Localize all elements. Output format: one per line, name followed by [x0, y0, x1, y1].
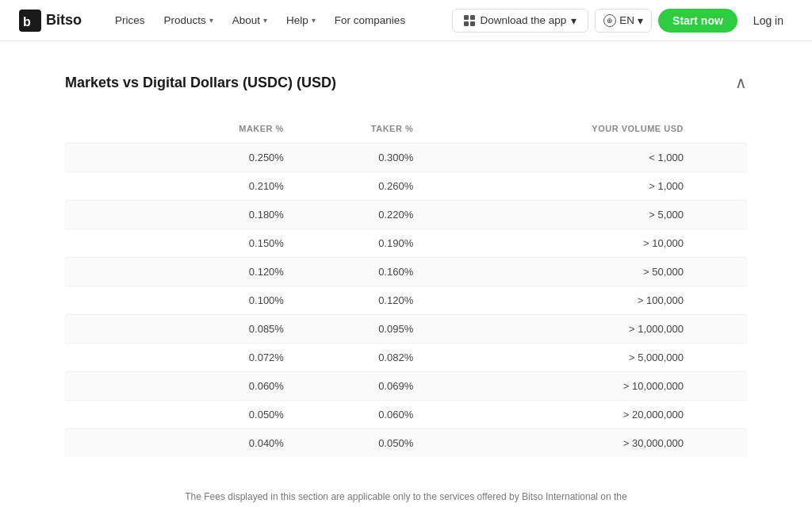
cell-maker: 0.060% [65, 372, 297, 401]
navbar: b Bitso Prices Products ▾ About ▾ Help ▾… [0, 0, 812, 41]
cell-maker: 0.100% [65, 286, 297, 315]
table-row: 0.120%0.160%> 50,000 [65, 258, 747, 286]
cell-volume: > 100,000 [426, 286, 747, 315]
section-header: Markets vs Digital Dollars (USDC) (USD) … [65, 73, 747, 92]
about-chevron-icon: ▾ [263, 16, 267, 25]
language-selector[interactable]: ⊕ EN ▾ [595, 9, 652, 33]
cell-maker: 0.210% [65, 172, 297, 201]
download-chevron-icon: ▾ [571, 14, 576, 27]
start-now-button[interactable]: Start now [658, 9, 737, 33]
nav-about[interactable]: About ▾ [224, 10, 275, 31]
cell-volume: > 1,000,000 [426, 315, 747, 344]
fee-table-header: MAKER % TAKER % YOUR VOLUME USD [65, 117, 747, 144]
brand-name: Bitso [46, 12, 82, 29]
cell-taker: 0.120% [297, 286, 426, 315]
table-row: 0.085%0.095%> 1,000,000 [65, 315, 747, 344]
cell-maker: 0.072% [65, 344, 297, 372]
cell-taker: 0.190% [297, 229, 426, 258]
table-row: 0.150%0.190%> 10,000 [65, 229, 747, 258]
cell-taker: 0.095% [297, 315, 426, 344]
main-content: Markets vs Digital Dollars (USDC) (USD) … [49, 41, 763, 507]
download-app-button[interactable]: Download the app ▾ [452, 9, 588, 33]
cell-taker: 0.220% [297, 201, 426, 229]
col-volume: YOUR VOLUME USD [426, 117, 747, 144]
cell-taker: 0.082% [297, 344, 426, 372]
login-button[interactable]: Log in [744, 10, 793, 32]
footer-note: The Fees displayed in this section are a… [168, 489, 644, 507]
cell-taker: 0.060% [297, 401, 426, 429]
nav-right: Download the app ▾ ⊕ EN ▾ Start now Log … [452, 9, 793, 33]
cell-volume: > 50,000 [426, 258, 747, 286]
table-row: 0.060%0.069%> 10,000,000 [65, 372, 747, 401]
cell-maker: 0.180% [65, 201, 297, 229]
cell-volume: > 5,000 [426, 201, 747, 229]
table-row: 0.050%0.060%> 20,000,000 [65, 401, 747, 429]
col-maker: MAKER % [65, 117, 297, 144]
nav-help[interactable]: Help ▾ [278, 10, 324, 31]
nav-prices[interactable]: Prices [107, 10, 153, 31]
cell-volume: > 10,000,000 [426, 372, 747, 401]
fee-table-body: 0.250%0.300%< 1,0000.210%0.260%> 1,0000.… [65, 144, 747, 458]
cell-maker: 0.150% [65, 229, 297, 258]
bitso-logo-icon: b [19, 10, 41, 32]
cell-volume: > 5,000,000 [426, 344, 747, 372]
products-chevron-icon: ▾ [209, 16, 213, 25]
cell-taker: 0.160% [297, 258, 426, 286]
cell-taker: 0.300% [297, 144, 426, 172]
footer-note-text: The Fees displayed in this section are a… [174, 491, 638, 507]
table-row: 0.210%0.260%> 1,000 [65, 172, 747, 201]
cell-taker: 0.260% [297, 172, 426, 201]
table-row: 0.100%0.120%> 100,000 [65, 286, 747, 315]
cell-taker: 0.050% [297, 429, 426, 458]
fee-table: MAKER % TAKER % YOUR VOLUME USD 0.250%0.… [65, 117, 747, 457]
cell-volume: > 10,000 [426, 229, 747, 258]
cell-maker: 0.250% [65, 144, 297, 172]
nav-products[interactable]: Products ▾ [156, 10, 221, 31]
lang-chevron-icon: ▾ [638, 14, 643, 27]
table-row: 0.180%0.220%> 5,000 [65, 201, 747, 229]
table-row: 0.072%0.082%> 5,000,000 [65, 344, 747, 372]
cell-maker: 0.040% [65, 429, 297, 458]
cell-maker: 0.120% [65, 258, 297, 286]
grid-icon [464, 15, 475, 26]
table-row: 0.250%0.300%< 1,000 [65, 144, 747, 172]
cell-maker: 0.085% [65, 315, 297, 344]
logo-link[interactable]: b Bitso [19, 10, 82, 32]
globe-icon: ⊕ [603, 14, 616, 27]
cell-maker: 0.050% [65, 401, 297, 429]
table-row: 0.040%0.050%> 30,000,000 [65, 429, 747, 458]
nav-links: Prices Products ▾ About ▾ Help ▾ For com… [107, 10, 452, 31]
section-title: Markets vs Digital Dollars (USDC) (USD) [65, 75, 336, 91]
cell-volume: > 20,000,000 [426, 401, 747, 429]
cell-volume: > 30,000,000 [426, 429, 747, 458]
cell-volume: < 1,000 [426, 144, 747, 172]
collapse-button[interactable]: ∧ [735, 73, 747, 92]
svg-text:b: b [23, 15, 31, 29]
cell-volume: > 1,000 [426, 172, 747, 201]
nav-companies[interactable]: For companies [327, 10, 413, 31]
col-taker: TAKER % [297, 117, 426, 144]
cell-taker: 0.069% [297, 372, 426, 401]
help-chevron-icon: ▾ [312, 16, 316, 25]
